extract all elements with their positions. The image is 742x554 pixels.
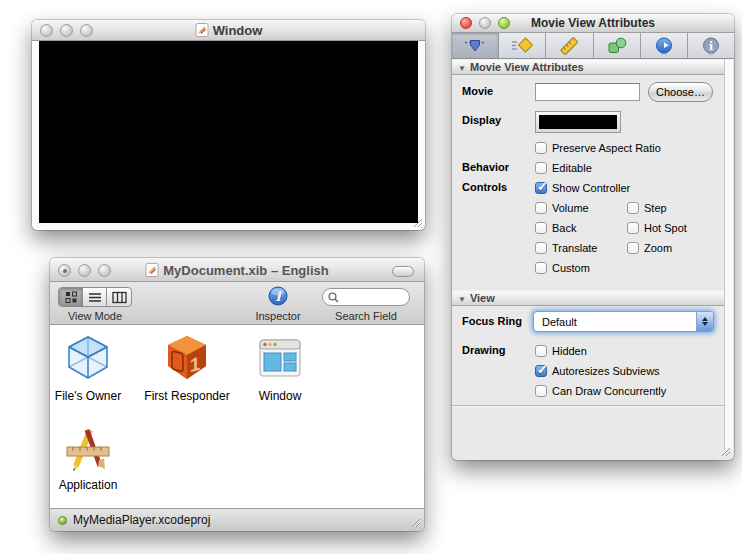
- checkbox-custom[interactable]: Custom: [535, 261, 590, 275]
- focus-ring-popup[interactable]: Default: [533, 311, 714, 332]
- checkbox-step[interactable]: Step: [627, 201, 667, 215]
- checkbox-box: [535, 345, 547, 357]
- icon-view-segment[interactable]: [59, 288, 83, 306]
- checkbox-hot-spot[interactable]: Hot Spot: [627, 221, 687, 235]
- inspector-mode-toolbar: i: [452, 33, 734, 59]
- list-view-icon: [88, 290, 102, 304]
- toolbar-toggle-pill[interactable]: [392, 266, 414, 277]
- checkbox-autoresizes-subviews[interactable]: Autoresizes Subviews: [535, 364, 660, 378]
- attributes-icon: [464, 37, 486, 54]
- inspector-window: Movie View Attributes: [452, 14, 734, 460]
- column-view-segment[interactable]: [107, 288, 131, 306]
- disclosure-triangle-icon: ▼: [458, 295, 466, 304]
- view-mode-label: View Mode: [58, 310, 132, 322]
- effects-icon: [511, 37, 533, 54]
- connections-icon: [655, 37, 673, 55]
- checkbox-box: [535, 202, 547, 214]
- list-view-segment[interactable]: [83, 288, 107, 306]
- resize-grip[interactable]: [410, 215, 423, 228]
- checkbox-box: [535, 162, 547, 174]
- svg-text:1: 1: [190, 353, 201, 376]
- search-input[interactable]: [339, 291, 401, 303]
- checkbox-volume[interactable]: Volume: [535, 201, 589, 215]
- movie-window: Window: [32, 20, 425, 230]
- column-view-icon: [112, 291, 127, 304]
- item-window[interactable]: Window: [225, 333, 335, 403]
- resize-grip[interactable]: [408, 515, 421, 528]
- movie-path-input[interactable]: [535, 83, 640, 101]
- first-responder-cube-icon: 1: [162, 333, 212, 383]
- identity-icon: i: [702, 37, 720, 55]
- svg-text:i: i: [709, 40, 713, 53]
- application-icon: [63, 422, 113, 472]
- tab-identity[interactable]: i: [688, 33, 734, 58]
- window-object-icon: [255, 333, 305, 383]
- files-owner-cube-icon: [63, 333, 113, 383]
- color-swatch-black: [539, 115, 617, 129]
- desktop: Window MyDocument.xib – English: [0, 0, 742, 554]
- movie-field-label: Movie: [462, 85, 493, 97]
- tab-size[interactable]: [546, 33, 593, 58]
- inspector-titlebar[interactable]: Movie View Attributes: [452, 14, 734, 33]
- document-window-title: MyDocument.xib – English: [50, 263, 424, 278]
- controls-group-label: Controls: [462, 181, 507, 193]
- display-color-well[interactable]: [535, 111, 621, 133]
- checkbox-show-controller[interactable]: Show Controller: [535, 181, 630, 195]
- checkbox-box: [535, 142, 547, 154]
- disclosure-triangle-icon: ▼: [458, 64, 466, 73]
- size-ruler-icon: [559, 37, 579, 55]
- checkbox-preserve-aspect-ratio[interactable]: Preserve Aspect Ratio: [535, 141, 661, 155]
- resize-grip[interactable]: [718, 444, 731, 457]
- checkbox-box: [535, 222, 547, 234]
- checkbox-box: [535, 242, 547, 254]
- checkbox-back[interactable]: Back: [535, 221, 576, 235]
- checkbox-box: [535, 182, 547, 194]
- checkbox-box: [535, 385, 547, 397]
- project-status-icon: [58, 516, 67, 525]
- inspector-window-title: Movie View Attributes: [452, 16, 734, 30]
- movie-view-canvas[interactable]: [39, 41, 418, 223]
- tab-effects[interactable]: [499, 33, 546, 58]
- section-header-view[interactable]: ▼View: [452, 290, 724, 306]
- item-application[interactable]: Application: [33, 422, 143, 492]
- checkbox-box: [535, 365, 547, 377]
- focus-ring-value: Default: [534, 316, 696, 328]
- bindings-icon: [607, 37, 627, 54]
- choose-button[interactable]: Choose…: [648, 82, 713, 102]
- checkbox-box: [535, 262, 547, 274]
- search-field-label: Search Field: [322, 310, 410, 322]
- grid-view-icon: [64, 290, 78, 304]
- item-label: Application: [33, 478, 143, 492]
- view-mode-segmented-control: [58, 287, 132, 307]
- checkbox-can-draw-concurrently[interactable]: Can Draw Concurrently: [535, 384, 666, 398]
- project-name: MyMediaPlayer.xcodeproj: [73, 513, 210, 527]
- item-label: File's Owner: [33, 389, 143, 403]
- interface-builder-doc-icon: [145, 263, 159, 277]
- search-field[interactable]: [322, 288, 410, 306]
- movie-window-title: Window: [32, 23, 425, 38]
- interface-builder-doc-icon: [195, 23, 209, 37]
- section-divider: [452, 405, 724, 407]
- checkbox-translate[interactable]: Translate: [535, 241, 597, 255]
- display-field-label: Display: [462, 114, 501, 126]
- checkbox-box: [627, 242, 639, 254]
- document-window-titlebar[interactable]: MyDocument.xib – English: [50, 258, 424, 282]
- movie-window-titlebar[interactable]: Window: [32, 20, 425, 41]
- drawing-group-label: Drawing: [462, 344, 505, 356]
- tab-attributes[interactable]: [452, 33, 499, 58]
- tab-connections[interactable]: [641, 33, 688, 58]
- checkbox-editable[interactable]: Editable: [535, 161, 592, 175]
- item-files-owner[interactable]: File's Owner: [33, 333, 143, 403]
- tab-bindings[interactable]: [594, 33, 641, 58]
- document-window: MyDocument.xib – English View Mode: [50, 258, 424, 531]
- checkbox-box: [627, 222, 639, 234]
- focus-ring-label: Focus Ring: [462, 315, 522, 327]
- checkbox-box: [627, 202, 639, 214]
- inspector-button[interactable]: i: [268, 286, 288, 306]
- checkbox-zoom[interactable]: Zoom: [627, 241, 672, 255]
- section-header-movie-view-attributes[interactable]: ▼Movie View Attributes: [452, 59, 724, 75]
- checkbox-hidden[interactable]: Hidden: [535, 344, 587, 358]
- search-icon: [328, 292, 339, 303]
- document-contents: File's Owner 1 First Responder: [50, 325, 424, 508]
- inspector-scrollbar-track[interactable]: [724, 59, 733, 450]
